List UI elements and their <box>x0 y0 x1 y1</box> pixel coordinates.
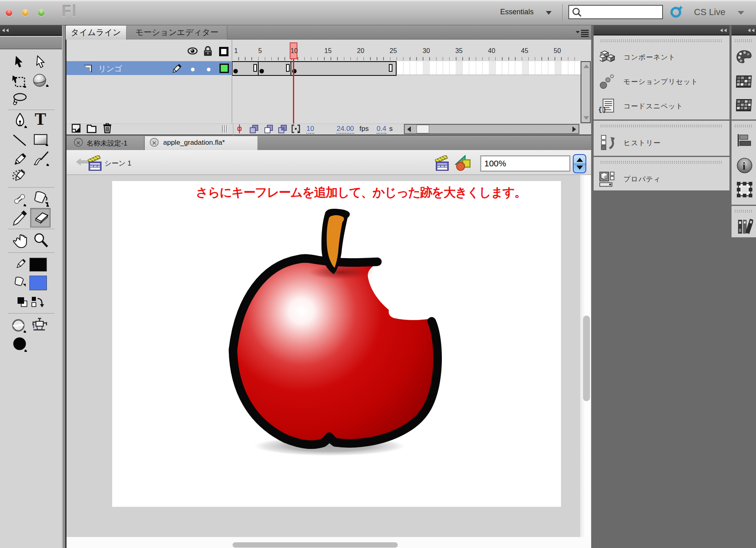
svg-text:i: i <box>743 160 745 172</box>
svg-text:{): {) <box>598 106 606 114</box>
